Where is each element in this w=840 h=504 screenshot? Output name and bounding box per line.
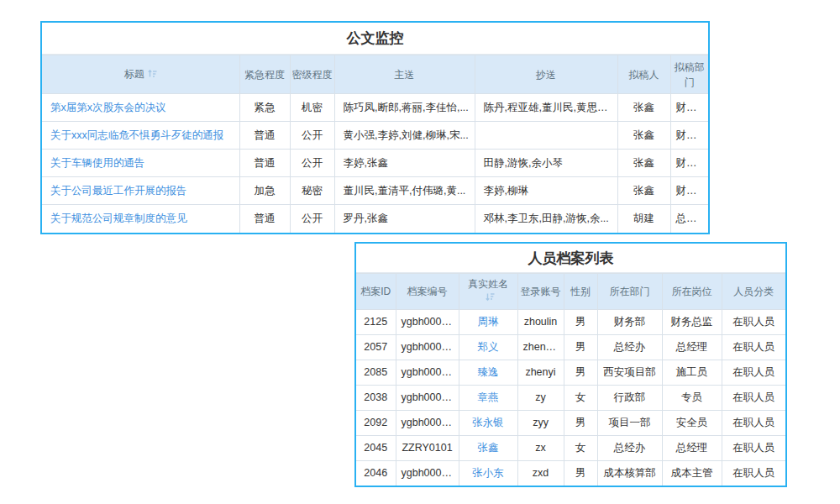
doc-urgency-cell: 普通 bbox=[239, 150, 290, 177]
person-gender-cell: 女 bbox=[564, 435, 597, 460]
sort-icon[interactable] bbox=[486, 291, 495, 306]
col-header-archive-code: 档案编号 bbox=[396, 274, 459, 310]
doc-draft-dept-cell: 总经办 bbox=[670, 205, 708, 233]
person-name-link[interactable]: 张永银 bbox=[459, 410, 517, 435]
col-header-drafter: 拟稿人 bbox=[617, 55, 670, 94]
person-account-cell: zx bbox=[517, 435, 564, 460]
person-name-link[interactable]: 臻逸 bbox=[459, 360, 517, 385]
sort-icon[interactable] bbox=[148, 67, 157, 82]
doc-urgency-cell: 加急 bbox=[239, 177, 290, 205]
doc-cc-cell: 李婷,柳琳 bbox=[475, 177, 617, 205]
personnel-table: 档案ID 档案编号 真实姓名 登录账号 性别 所在部门 所在岗位 人员分类 2 bbox=[356, 273, 785, 486]
person-name-link[interactable]: 张小东 bbox=[459, 460, 517, 486]
doc-drafter-cell: 张鑫 bbox=[617, 122, 670, 150]
person-category-cell: 在职人员 bbox=[722, 360, 785, 385]
personnel-header-row: 档案ID 档案编号 真实姓名 登录账号 性别 所在部门 所在岗位 人员分类 bbox=[356, 274, 785, 310]
col-header-main-to: 主送 bbox=[334, 55, 475, 94]
doc-cc-cell bbox=[475, 122, 617, 150]
col-header-title[interactable]: 标题 bbox=[42, 55, 239, 94]
person-post-cell: 总经理 bbox=[662, 435, 722, 460]
person-archive-id-cell: 2085 bbox=[356, 360, 396, 385]
col-header-security: 密级程度 bbox=[290, 55, 334, 94]
person-account-cell: zhenyi bbox=[517, 360, 564, 385]
doc-draft-dept-cell: 财务部 bbox=[670, 122, 708, 150]
person-dept-cell: 总经办 bbox=[597, 334, 662, 360]
doc-main-to-cell: 李婷,张鑫 bbox=[334, 150, 475, 177]
person-name-link[interactable]: 张鑫 bbox=[459, 435, 517, 460]
person-archive-id-cell: 2045 bbox=[356, 435, 396, 460]
doc-row: 关于规范公司规章制度的意见 普通 公开 罗丹,张鑫 邓林,李卫东,田静,游恢,余… bbox=[42, 205, 708, 233]
col-header-archive-id: 档案ID bbox=[356, 274, 396, 310]
personnel-row: 2038 ygbh000038 章燕 zy 女 行政部 专员 在职人员 bbox=[356, 385, 785, 410]
doc-draft-dept-cell: 财务部 bbox=[670, 177, 708, 205]
doc-drafter-cell: 张鑫 bbox=[617, 177, 670, 205]
doc-monitor-title: 公文监控 bbox=[42, 23, 708, 55]
doc-drafter-cell: 张鑫 bbox=[617, 94, 670, 122]
personnel-row: 2057 ygbh000068 郑义 zhengyi 男 总经办 总经理 在职人… bbox=[356, 334, 785, 360]
personnel-row: 2045 ZZRY0101 张鑫 zx 女 总经办 总经理 在职人员 bbox=[356, 435, 785, 460]
doc-title-link[interactable]: 关于规范公司规章制度的意见 bbox=[42, 205, 239, 233]
person-gender-cell: 男 bbox=[564, 460, 597, 486]
doc-urgency-cell: 普通 bbox=[239, 122, 290, 150]
doc-main-to-cell: 陈巧凤,断郎,蒋丽,李佳怡,... bbox=[334, 94, 475, 122]
col-header-real-name[interactable]: 真实姓名 bbox=[459, 274, 517, 310]
person-category-cell: 在职人员 bbox=[722, 460, 785, 486]
person-dept-cell: 项目一部 bbox=[597, 410, 662, 435]
person-post-cell: 专员 bbox=[662, 385, 722, 410]
doc-draft-dept-cell: 财务部 bbox=[670, 150, 708, 177]
col-header-dept: 所在部门 bbox=[597, 274, 662, 310]
person-account-cell: zhoulin bbox=[517, 309, 564, 334]
person-category-cell: 在职人员 bbox=[722, 385, 785, 410]
doc-title-link[interactable]: 关于车辆使用的通告 bbox=[42, 150, 239, 177]
person-archive-id-cell: 2046 bbox=[356, 460, 396, 486]
doc-cc-cell: 陈丹,程亚雄,董川民,黄思璐... bbox=[475, 94, 617, 122]
doc-cc-cell: 田静,游恢,余小琴 bbox=[475, 150, 617, 177]
personnel-row: 2092 ygbh000104 张永银 zyy 男 项目一部 安全员 在职人员 bbox=[356, 410, 785, 435]
person-gender-cell: 男 bbox=[564, 334, 597, 360]
person-account-cell: zy bbox=[517, 385, 564, 410]
doc-monitor-header-row: 标题 紧急程度 密级程度 主送 抄送 拟稿人 拟稿部门 bbox=[42, 55, 708, 94]
person-dept-cell: 成本核算部 bbox=[597, 460, 662, 486]
person-name-link[interactable]: 郑义 bbox=[459, 334, 517, 360]
person-archive-id-cell: 2038 bbox=[356, 385, 396, 410]
doc-security-cell: 公开 bbox=[290, 122, 334, 150]
person-category-cell: 在职人员 bbox=[722, 435, 785, 460]
person-dept-cell: 财务部 bbox=[597, 309, 662, 334]
person-dept-cell: 行政部 bbox=[597, 385, 662, 410]
person-dept-cell: 西安项目部 bbox=[597, 360, 662, 385]
person-archive-code-cell: ygbh000070 bbox=[396, 309, 459, 334]
doc-draft-dept-cell: 财务部 bbox=[670, 94, 708, 122]
doc-main-to-cell: 董川民,董清平,付伟璐,黄... bbox=[334, 177, 475, 205]
doc-drafter-cell: 胡建 bbox=[617, 205, 670, 233]
doc-main-to-cell: 罗丹,张鑫 bbox=[334, 205, 475, 233]
person-gender-cell: 女 bbox=[564, 385, 597, 410]
person-archive-code-cell: ygbh000038 bbox=[396, 385, 459, 410]
person-account-cell: zhengyi bbox=[517, 334, 564, 360]
col-header-account: 登录账号 bbox=[517, 274, 564, 310]
person-category-cell: 在职人员 bbox=[722, 410, 785, 435]
col-header-draft-dept: 拟稿部门 bbox=[670, 55, 708, 94]
doc-urgency-cell: 紧急 bbox=[239, 94, 290, 122]
person-post-cell: 安全员 bbox=[662, 410, 722, 435]
person-name-link[interactable]: 章燕 bbox=[459, 385, 517, 410]
person-archive-code-cell: ZZRY0101 bbox=[396, 435, 459, 460]
col-header-title-label: 标题 bbox=[124, 68, 144, 80]
doc-main-to-cell: 黄小强,李婷,刘健,柳琳,宋... bbox=[334, 122, 475, 150]
person-archive-id-cell: 2125 bbox=[356, 309, 396, 334]
person-category-cell: 在职人员 bbox=[722, 309, 785, 334]
col-header-cc: 抄送 bbox=[475, 55, 617, 94]
doc-title-link[interactable]: 关于xxx同志临危不惧勇斗歹徒的通报 bbox=[42, 122, 239, 150]
person-name-link[interactable]: 周琳 bbox=[459, 309, 517, 334]
person-gender-cell: 男 bbox=[564, 360, 597, 385]
doc-security-cell: 公开 bbox=[290, 205, 334, 233]
person-archive-id-cell: 2057 bbox=[356, 334, 396, 360]
person-gender-cell: 男 bbox=[564, 309, 597, 334]
doc-security-cell: 机密 bbox=[290, 94, 334, 122]
personnel-row: 2085 ygbh000111 臻逸 zhenyi 男 西安项目部 施工员 在职… bbox=[356, 360, 785, 385]
doc-security-cell: 秘密 bbox=[290, 177, 334, 205]
doc-title-link[interactable]: 第x届第x次股东会的决议 bbox=[42, 94, 239, 122]
person-post-cell: 施工员 bbox=[662, 360, 722, 385]
doc-monitor-table: 标题 紧急程度 密级程度 主送 抄送 拟稿人 拟稿部门 第x届第x次股东会的决议… bbox=[42, 55, 708, 233]
personnel-panel: 人员档案列表 档案ID 档案编号 真实姓名 登录账号 性别 所在部门 所在岗位 bbox=[354, 242, 787, 487]
doc-title-link[interactable]: 关于公司最近工作开展的报告 bbox=[42, 177, 239, 205]
